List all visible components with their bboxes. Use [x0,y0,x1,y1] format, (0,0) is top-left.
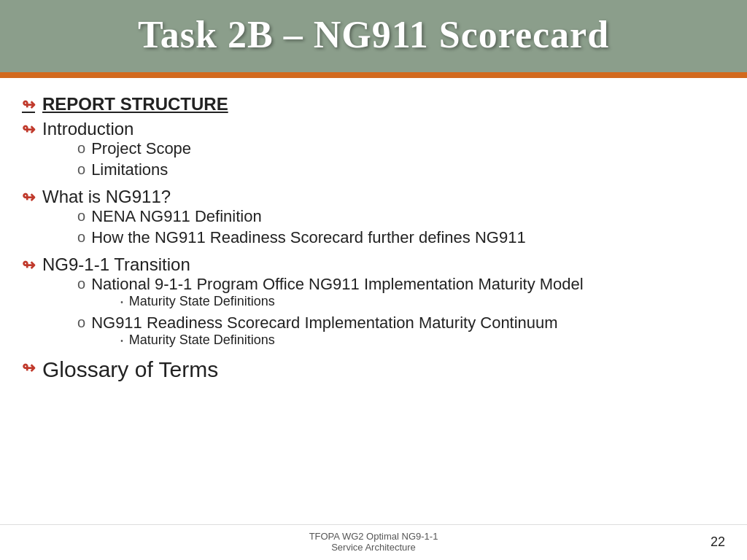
list-item-glossary: ↬ Glossary of Terms [22,357,711,382]
bullet-arrow-icon: ↬ [22,188,35,207]
bullet-arrow-icon: ↬ [22,359,35,378]
national-program-item: o National 9-1-1 Program Office NG911 Im… [77,275,584,311]
bullet-arrow-icon: ↬ [22,256,35,275]
maturity-state-def-2: • Maturity State Definitions [120,332,558,348]
list-item-what-is-ng911: ↬ What is NG911? o NENA NG911 Definition… [22,187,711,250]
limitations-label: Limitations [91,160,168,179]
slide-header: Task 2B – NG911 Scorecard [0,0,747,72]
slide: Task 2B – NG911 Scorecard ↬ REPORT STRUC… [0,0,747,560]
report-structure-label: REPORT STRUCTURE [42,94,228,114]
maturity-state-def-2-label: Maturity State Definitions [129,332,275,348]
bullet-dot-icon: • [120,337,123,345]
slide-footer: TFOPA WG2 Optimal NG9-1-1 Service Archit… [0,524,747,560]
main-list: ↬ REPORT STRUCTURE ↬ Introduction o Proj… [22,94,711,517]
orange-divider [0,72,747,78]
glossary-label: Glossary of Terms [42,357,218,382]
project-scope-item: o Project Scope [77,139,191,158]
ng911-readiness-continuum-label: NG911 Readiness Scorecard Implementation… [91,314,558,332]
sub-bullet-icon: o [77,314,85,331]
readiness-continuum-sublist: • Maturity State Definitions [120,332,558,348]
list-item-ng911-transition: ↬ NG9-1-1 Transition o National 9-1-1 Pr… [22,254,711,353]
scorecard-defines-item: o How the NG911 Readiness Scorecard furt… [77,228,526,247]
limitations-item: o Limitations [77,160,191,179]
ng911-transition-label: NG9-1-1 Transition [42,254,190,274]
page-number: 22 [711,534,725,550]
introduction-sublist: o Project Scope o Limitations [77,139,191,179]
sub-bullet-icon: o [77,229,85,246]
footer-line1: TFOPA WG2 Optimal NG9-1-1 [309,531,438,542]
bullet-dot-icon: • [120,298,123,306]
sub-bullet-icon: o [77,140,85,157]
scorecard-defines-label: How the NG911 Readiness Scorecard furthe… [91,228,526,247]
sub-bullet-icon: o [77,161,85,178]
bullet-arrow-icon: ↬ [22,120,35,139]
transition-sublist: o National 9-1-1 Program Office NG911 Im… [77,275,584,350]
sub-bullet-icon: o [77,208,85,225]
sub-bullet-icon: o [77,276,85,292]
national-program-label: National 9-1-1 Program Office NG911 Impl… [91,275,584,293]
footer-text: TFOPA WG2 Optimal NG9-1-1 Service Archit… [309,531,438,553]
nena-definition-item: o NENA NG911 Definition [77,207,526,226]
project-scope-label: Project Scope [91,139,191,158]
bullet-arrow-icon: ↬ [22,96,35,114]
slide-content: ↬ REPORT STRUCTURE ↬ Introduction o Proj… [0,78,747,524]
list-item-report-structure: ↬ REPORT STRUCTURE [22,94,711,114]
list-item-introduction: ↬ Introduction o Project Scope o Limitat… [22,119,711,182]
national-program-sublist: • Maturity State Definitions [120,294,584,309]
introduction-label: Introduction [42,119,133,139]
maturity-state-def-1: • Maturity State Definitions [120,294,584,309]
maturity-state-def-1-label: Maturity State Definitions [129,294,275,309]
footer-line2: Service Architecture [309,542,438,553]
ng911-sublist: o NENA NG911 Definition o How the NG911 … [77,207,526,247]
what-is-ng911-label: What is NG911? [42,187,171,206]
nena-definition-label: NENA NG911 Definition [91,207,262,226]
ng911-readiness-continuum-item: o NG911 Readiness Scorecard Implementati… [77,314,584,350]
slide-title: Task 2B – NG911 Scorecard [29,13,718,56]
